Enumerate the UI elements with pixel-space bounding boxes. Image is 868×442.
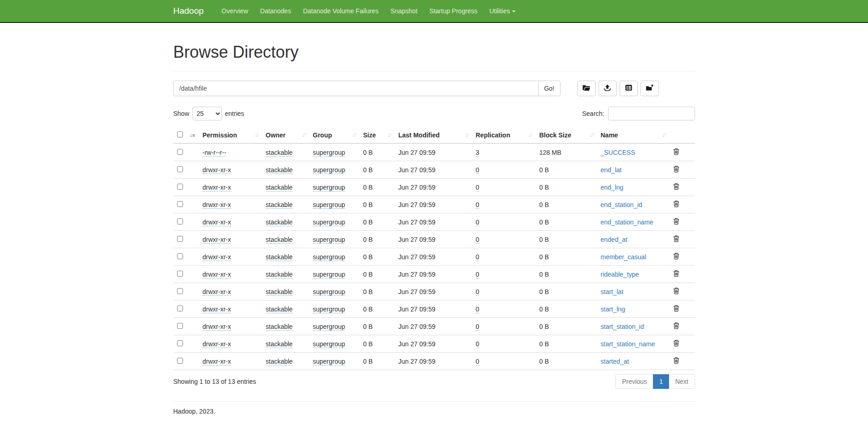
navbar-link[interactable]: Snapshot (384, 7, 423, 15)
file-name-link[interactable]: end_lat (601, 166, 622, 174)
delete-button[interactable] (673, 200, 679, 209)
header-block-size[interactable]: Block Size↓↑ (536, 127, 597, 143)
row-checkbox[interactable] (177, 288, 183, 294)
owner-value[interactable]: stackable (266, 166, 293, 174)
group-value[interactable]: supergroup (313, 271, 345, 278)
permission-value[interactable]: drwxr-xr-x (203, 201, 231, 209)
permission-value[interactable]: drwxr-xr-x (203, 358, 231, 366)
permission-value[interactable]: drwxr-xr-x (203, 323, 231, 331)
permission-value[interactable]: drwxr-xr-x (203, 218, 231, 226)
set-quota-button[interactable] (620, 81, 638, 96)
header-permission[interactable]: Permission↓↑ (199, 127, 262, 143)
navbar-link[interactable]: Overview (216, 7, 254, 15)
group-value[interactable]: supergroup (313, 358, 345, 366)
permission-value[interactable]: drwxr-xr-x (203, 166, 231, 174)
owner-value[interactable]: stackable (266, 271, 293, 278)
replication-value[interactable]: 0 (476, 166, 480, 174)
header-replication[interactable]: Replication↓↑ (472, 127, 536, 143)
owner-value[interactable]: stackable (266, 184, 293, 191)
navbar-link[interactable]: Datanodes (254, 7, 297, 15)
delete-button[interactable] (673, 339, 679, 348)
group-value[interactable]: supergroup (313, 184, 345, 191)
group-value[interactable]: supergroup (313, 201, 345, 209)
replication-value[interactable]: 0 (476, 358, 480, 366)
header-last-modified[interactable]: Last Modified↓↑ (395, 127, 472, 143)
navbar-item[interactable]: Startup Progress (423, 0, 483, 22)
owner-value[interactable]: stackable (266, 218, 293, 226)
replication-value[interactable]: 0 (476, 253, 480, 261)
file-name-link[interactable]: start_station_id (601, 323, 644, 330)
navbar-item-utilities[interactable]: Utilities (483, 0, 521, 22)
group-value[interactable]: supergroup (313, 149, 345, 157)
group-value[interactable]: supergroup (313, 253, 345, 261)
row-checkbox[interactable] (177, 166, 183, 172)
delete-button[interactable] (673, 305, 679, 313)
navbar-link[interactable]: Startup Progress (423, 7, 483, 15)
owner-value[interactable]: stackable (266, 358, 293, 366)
navbar-item[interactable]: Datanodes (254, 0, 297, 22)
group-value[interactable]: supergroup (313, 288, 345, 296)
pagination-next[interactable]: Next (669, 374, 695, 389)
header-owner[interactable]: Owner↓↑ (262, 127, 309, 143)
directory-path-input[interactable] (173, 81, 539, 96)
permission-value[interactable]: drwxr-xr-x (203, 236, 231, 244)
file-name-link[interactable]: started_at (601, 358, 629, 365)
navbar-item[interactable]: Overview (216, 0, 254, 22)
delete-button[interactable] (673, 252, 679, 261)
upload-files-button[interactable] (598, 81, 617, 96)
delete-button[interactable] (673, 148, 679, 157)
permission-value[interactable]: drwxr-xr-x (203, 271, 231, 278)
row-checkbox[interactable] (177, 184, 183, 190)
pagination-page-1[interactable]: 1 (653, 374, 669, 389)
owner-value[interactable]: stackable (266, 236, 293, 244)
row-checkbox[interactable] (177, 201, 183, 207)
delete-button[interactable] (673, 287, 679, 296)
header-group[interactable]: Group↓↑ (309, 127, 360, 143)
permission-value[interactable]: drwxr-xr-x (203, 253, 231, 261)
file-name-link[interactable]: ended_at (601, 236, 627, 243)
owner-value[interactable]: stackable (266, 288, 293, 296)
owner-value[interactable]: stackable (266, 201, 293, 209)
replication-value[interactable]: 0 (476, 323, 480, 331)
row-checkbox[interactable] (177, 271, 183, 277)
replication-value[interactable]: 0 (476, 236, 480, 244)
owner-value[interactable]: stackable (266, 253, 293, 261)
replication-value[interactable]: 0 (476, 184, 480, 191)
go-button[interactable]: Go! (538, 81, 561, 96)
navbar-item[interactable]: Datanode Volume Failures (297, 0, 384, 22)
page-size-select[interactable]: 25 (193, 107, 222, 120)
group-value[interactable]: supergroup (313, 306, 345, 313)
select-all-checkbox[interactable] (177, 131, 183, 137)
file-name-link[interactable]: _SUCCESS (601, 149, 635, 156)
replication-value[interactable]: 0 (476, 306, 480, 313)
file-name-link[interactable]: member_casual (601, 253, 647, 261)
replication-value[interactable]: 0 (476, 340, 480, 348)
row-checkbox[interactable] (177, 236, 183, 242)
delete-button[interactable] (673, 357, 679, 366)
group-value[interactable]: supergroup (313, 323, 345, 331)
owner-value[interactable]: stackable (266, 340, 293, 348)
navbar-brand[interactable]: Hadoop (173, 6, 204, 16)
move-to-folder-button[interactable] (641, 81, 659, 96)
search-input[interactable] (608, 107, 695, 120)
file-name-link[interactable]: start_lat (601, 288, 624, 295)
delete-button[interactable] (673, 322, 679, 331)
group-value[interactable]: supergroup (313, 340, 345, 348)
permission-value[interactable]: drwxr-xr-x (203, 306, 231, 313)
replication-value[interactable]: 0 (476, 218, 480, 226)
replication-value[interactable]: 0 (476, 201, 480, 209)
file-name-link[interactable]: start_station_name (601, 340, 655, 348)
row-checkbox[interactable] (177, 358, 183, 364)
owner-value[interactable]: stackable (266, 149, 293, 157)
delete-button[interactable] (673, 165, 679, 174)
file-name-link[interactable]: end_station_name (601, 218, 653, 226)
replication-value[interactable]: 0 (476, 271, 480, 278)
permission-value[interactable]: drwxr-xr-x (203, 288, 231, 296)
file-name-link[interactable]: rideable_type (601, 271, 639, 278)
navbar-item[interactable]: Snapshot (384, 0, 423, 22)
create-directory-button[interactable] (577, 81, 596, 96)
group-value[interactable]: supergroup (313, 218, 345, 226)
delete-button[interactable] (673, 218, 679, 226)
row-checkbox[interactable] (177, 218, 183, 224)
delete-button[interactable] (673, 235, 679, 244)
